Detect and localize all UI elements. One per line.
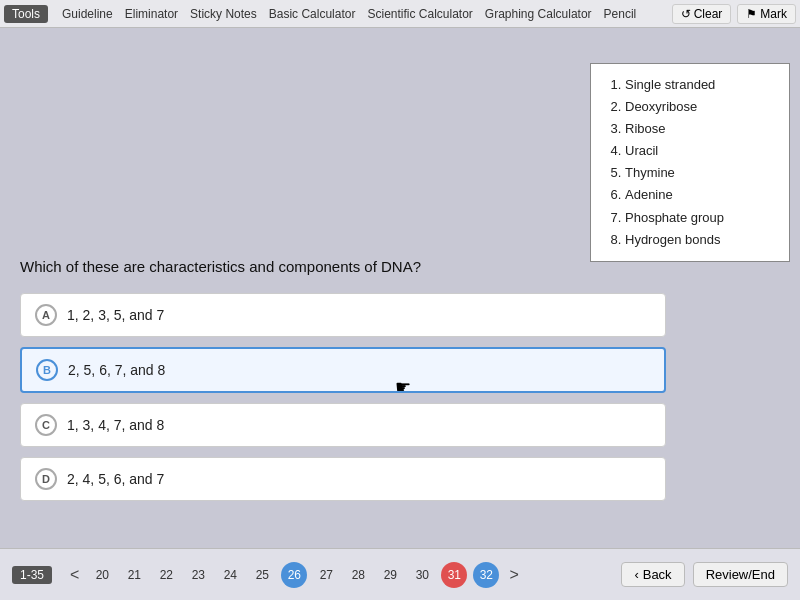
basic-calc-tool[interactable]: Basic Calculator xyxy=(269,7,356,21)
page-25[interactable]: 25 xyxy=(249,562,275,588)
option-d-text: 2, 4, 5, 6, and 7 xyxy=(67,471,164,487)
tools-button[interactable]: Tools xyxy=(4,5,48,23)
guideline-tool[interactable]: Guideline xyxy=(62,7,113,21)
option-b-circle: B xyxy=(36,359,58,381)
page-24[interactable]: 24 xyxy=(217,562,243,588)
page-21[interactable]: 21 xyxy=(121,562,147,588)
content-area: Single stranded Deoxyribose Ribose Uraci… xyxy=(0,28,800,568)
toolbar: Tools Guideline Eliminator Sticky Notes … xyxy=(0,0,800,28)
option-c-circle: C xyxy=(35,414,57,436)
nav-right: ‹ Back Review/End xyxy=(621,562,788,587)
page-22[interactable]: 22 xyxy=(153,562,179,588)
ref-item-6: Adenine xyxy=(625,184,773,206)
ref-item-1: Single stranded xyxy=(625,74,773,96)
page-27[interactable]: 27 xyxy=(313,562,339,588)
clear-icon: ↺ xyxy=(681,7,691,21)
page-26[interactable]: 26 xyxy=(281,562,307,588)
page-29[interactable]: 29 xyxy=(377,562,403,588)
page-28[interactable]: 28 xyxy=(345,562,371,588)
option-d-circle: D xyxy=(35,468,57,490)
ref-item-3: Ribose xyxy=(625,118,773,140)
option-b[interactable]: B 2, 5, 6, 7, and 8 xyxy=(20,347,666,393)
ref-item-4: Uracil xyxy=(625,140,773,162)
reference-box: Single stranded Deoxyribose Ribose Uraci… xyxy=(590,63,790,262)
clear-button[interactable]: ↺ Clear xyxy=(672,4,732,24)
ref-item-2: Deoxyribose xyxy=(625,96,773,118)
pencil-tool[interactable]: Pencil xyxy=(604,7,637,21)
bottom-nav: 1-35 < 20 21 22 23 24 25 26 27 28 29 30 … xyxy=(0,548,800,600)
graphing-calc-tool[interactable]: Graphing Calculator xyxy=(485,7,592,21)
reference-list: Single stranded Deoxyribose Ribose Uraci… xyxy=(607,74,773,251)
scientific-calc-tool[interactable]: Scientific Calculator xyxy=(367,7,472,21)
option-a[interactable]: A 1, 2, 3, 5, and 7 xyxy=(20,293,666,337)
page-range: 1-35 xyxy=(12,566,52,584)
next-page-button[interactable]: > xyxy=(505,564,522,586)
mark-button[interactable]: ⚑ Mark xyxy=(737,4,796,24)
option-b-text: 2, 5, 6, 7, and 8 xyxy=(68,362,165,378)
toolbar-right: ↺ Clear ⚑ Mark xyxy=(672,4,796,24)
main-container: Tools Guideline Eliminator Sticky Notes … xyxy=(0,0,800,600)
ref-item-5: Thymine xyxy=(625,162,773,184)
option-c[interactable]: C 1, 3, 4, 7, and 8 xyxy=(20,403,666,447)
review-end-button[interactable]: Review/End xyxy=(693,562,788,587)
page-31[interactable]: 31 xyxy=(441,562,467,588)
option-a-circle: A xyxy=(35,304,57,326)
flag-icon: ⚑ xyxy=(746,7,757,21)
back-chevron-icon: ‹ xyxy=(634,567,638,582)
sticky-notes-tool[interactable]: Sticky Notes xyxy=(190,7,257,21)
eliminator-tool[interactable]: Eliminator xyxy=(125,7,178,21)
ref-item-7: Phosphate group xyxy=(625,207,773,229)
back-button[interactable]: ‹ Back xyxy=(621,562,684,587)
prev-page-button[interactable]: < xyxy=(66,564,83,586)
option-a-text: 1, 2, 3, 5, and 7 xyxy=(67,307,164,323)
option-c-text: 1, 3, 4, 7, and 8 xyxy=(67,417,164,433)
page-30[interactable]: 30 xyxy=(409,562,435,588)
page-32[interactable]: 32 xyxy=(473,562,499,588)
page-20[interactable]: 20 xyxy=(89,562,115,588)
page-23[interactable]: 23 xyxy=(185,562,211,588)
ref-item-8: Hydrogen bonds xyxy=(625,229,773,251)
option-d[interactable]: D 2, 4, 5, 6, and 7 xyxy=(20,457,666,501)
